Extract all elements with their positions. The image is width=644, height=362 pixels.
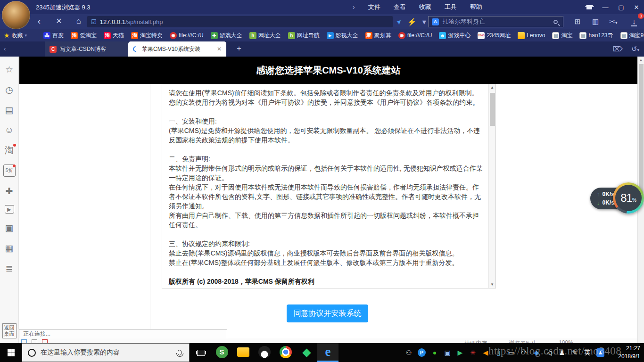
bookmark-tmall[interactable]: 淘 天猫: [104, 32, 124, 40]
tab-close-icon[interactable]: ✕: [217, 46, 222, 52]
bookmarks-overflow-icon[interactable]: »: [634, 29, 637, 41]
site-safety-icon[interactable]: ☑: [91, 18, 97, 25]
bookmark-hao123[interactable]: ▤ hao123导: [579, 32, 613, 40]
menu-item[interactable]: 工具: [445, 3, 457, 11]
back-button[interactable]: ‹: [31, 14, 47, 29]
start-button[interactable]: [0, 343, 22, 362]
home-button[interactable]: ⌂: [71, 14, 87, 29]
sidebar-notebook-icon[interactable]: ≣: [3, 262, 16, 274]
bookmark-taobao-temai[interactable]: 淘 淘宝特卖: [131, 32, 163, 40]
bookmark-lenovo-folder[interactable]: Lenovo: [518, 32, 545, 39]
taskbar-app-green-s[interactable]: S: [211, 343, 232, 362]
bookmark-2345wangzhi[interactable]: 2345 2345网址: [478, 32, 511, 40]
clean-traces-icon[interactable]: ⌦: [613, 45, 623, 53]
theme-skin-icon[interactable]: [586, 4, 592, 11]
tray-speaker-icon[interactable]: ◁: [545, 348, 553, 357]
new-tab-button[interactable]: +: [232, 41, 246, 57]
sidebar-history-clock-icon[interactable]: ◷: [3, 83, 16, 96]
bookmark-baidu[interactable]: ⁂ 百度: [43, 32, 64, 40]
sidebar-computer-icon[interactable]: ▣: [3, 222, 16, 234]
tab-csdn[interactable]: C 写文章-CSDN博客: [45, 41, 128, 57]
taskbar-app-2345-browser[interactable]: e: [317, 343, 339, 362]
tray-contact-card-icon[interactable]: ♟: [596, 348, 604, 357]
bookmark-file-c-u2[interactable]: ◉ file:///C:/U: [398, 32, 432, 39]
taskbar-app-green-gem[interactable]: ◆: [296, 343, 317, 362]
user-avatar[interactable]: [2, 1, 30, 29]
bookmark-taobao9k9[interactable]: ▤ 淘宝9块9: [620, 32, 644, 40]
scroll-down-icon[interactable]: ▼: [489, 281, 495, 288]
bookmark-file-c-u[interactable]: ◉ file:///C:/U: [170, 32, 204, 39]
tray-qq-penguin-icon[interactable]: ♟: [558, 348, 566, 357]
tray-network-icon[interactable]: ◠: [520, 348, 528, 357]
taskbar-search-placeholder[interactable]: 在这里输入你要搜索的内容: [41, 348, 173, 357]
tray-blue-p-icon[interactable]: P: [418, 348, 426, 357]
download-manager-icon[interactable]: ↓ 3: [626, 14, 642, 29]
bookmark-youxidaquan[interactable]: ✚ 游戏大全: [211, 32, 242, 40]
tray-red-cluster-icon[interactable]: ✳: [469, 348, 477, 357]
search-magnifier-icon[interactable]: [553, 20, 558, 24]
status-bar-item[interactable]: 清理内存: [464, 339, 487, 343]
bookmark-juhuasuan[interactable]: 聚 聚划算: [365, 32, 391, 40]
taskbar-app-file-explorer[interactable]: [232, 343, 254, 362]
bookmark-wangzhidaohang[interactable]: h 网址导航: [288, 32, 320, 40]
status-bar-item[interactable]: 100%: [559, 339, 573, 343]
sidebar-wechat-chat-icon[interactable]: ☺: [3, 124, 16, 136]
return-to-desktop-button[interactable]: 返回 桌面: [2, 323, 17, 338]
apps-grid-icon[interactable]: ⊞: [570, 14, 586, 29]
tab-install-active[interactable]: 苹果CMS-V10系统安装 ✕: [128, 41, 226, 57]
page-scrollbar-thumb[interactable]: [639, 64, 644, 199]
bookmark-wangzhidaquan[interactable]: h 网址大全: [249, 32, 281, 40]
sidebar-news-icon[interactable]: ▤: [3, 104, 16, 116]
search-query[interactable]: 扎哈尔琴科身亡: [442, 17, 550, 26]
menu-item[interactable]: 文件: [368, 3, 380, 11]
task-view-button[interactable]: [190, 343, 211, 362]
agree-and-install-button[interactable]: 同意协议并安装系统: [287, 304, 368, 322]
bookmark-yingshidaquan[interactable]: ▶ 影视大全: [327, 32, 358, 40]
bookmark-youxizhongxin[interactable]: ☻ 游戏中心: [439, 32, 471, 40]
taskbar-clock[interactable]: 21:27 2018/9/1: [606, 345, 640, 361]
taskbar-app-qq[interactable]: [254, 343, 275, 362]
scroll-up-icon[interactable]: ▲: [489, 84, 495, 91]
menu-chevron-icon[interactable]: ›: [353, 3, 355, 11]
search-box[interactable]: ⁂ 扎哈尔琴科身亡: [428, 16, 563, 27]
stop-button[interactable]: ✕: [51, 14, 67, 29]
tray-wechat-icon[interactable]: ●: [431, 348, 438, 357]
bookmark-taobao[interactable]: ▤ 淘宝: [552, 32, 572, 40]
tray-monitor-icon[interactable]: ▭: [507, 348, 515, 357]
tray-device-icon[interactable]: ▯: [495, 348, 502, 357]
sidebar-taobao-icon[interactable]: 淘: [3, 144, 16, 156]
tray-pen-icon[interactable]: ✎: [571, 348, 578, 357]
memory-usage-gauge[interactable]: 81 %: [613, 182, 644, 214]
bolt-icon[interactable]: ⚡: [407, 17, 417, 26]
menu-item[interactable]: 查看: [394, 3, 406, 11]
tray-display-icon[interactable]: ▣: [444, 348, 451, 357]
tray-input-language-indicator[interactable]: 英: [584, 348, 591, 357]
taskbar-app-chrome[interactable]: [275, 343, 296, 362]
sidebar-favorites-star-icon[interactable]: ☆: [3, 63, 16, 75]
address-bar[interactable]: ☑ 127.0.0.1/sp/install.php: [87, 16, 393, 27]
reopen-closed-tab-icon[interactable]: ↺▾: [631, 45, 639, 53]
close-button[interactable]: ✕: [634, 4, 639, 11]
sidebar-games-gamepad-icon[interactable]: ✚: [3, 185, 16, 197]
license-scrollbar[interactable]: ▲ ▼: [488, 84, 495, 288]
tray-player-icon[interactable]: ▶: [456, 348, 464, 357]
sidebar-coupon-5zhe-icon[interactable]: 5折: [3, 165, 16, 177]
tray-shield-icon[interactable]: ◆: [533, 348, 540, 357]
taskbar-search-box[interactable]: 在这里输入你要搜索的内容: [22, 343, 190, 362]
tray-orange-volume-icon[interactable]: ◀: [482, 348, 489, 357]
sidebar-calculator-icon[interactable]: ▦: [3, 242, 16, 254]
bookmark-aitaobao[interactable]: 淘 爱淘宝: [71, 32, 97, 40]
address-caret-icon[interactable]: ▾: [422, 17, 426, 26]
page-scroll-up-icon[interactable]: ▲: [638, 58, 644, 62]
minimize-button[interactable]: —: [602, 4, 608, 11]
menu-item[interactable]: 帮助: [470, 3, 482, 11]
scrollbar-thumb[interactable]: [490, 93, 495, 126]
reading-panels-icon[interactable]: ▥: [587, 14, 603, 29]
favorites-menu[interactable]: ★ 收藏 ▾: [4, 29, 27, 41]
screenshot-scissors-icon[interactable]: ✂▾: [605, 14, 621, 29]
tray-people-icon[interactable]: ⚇: [405, 348, 413, 357]
sidebar-video-film-icon[interactable]: ▶: [5, 205, 14, 214]
maximize-button[interactable]: ▢: [618, 4, 624, 11]
microphone-icon[interactable]: [178, 350, 182, 355]
tab-scroll-left-icon[interactable]: ‹: [4, 41, 6, 57]
